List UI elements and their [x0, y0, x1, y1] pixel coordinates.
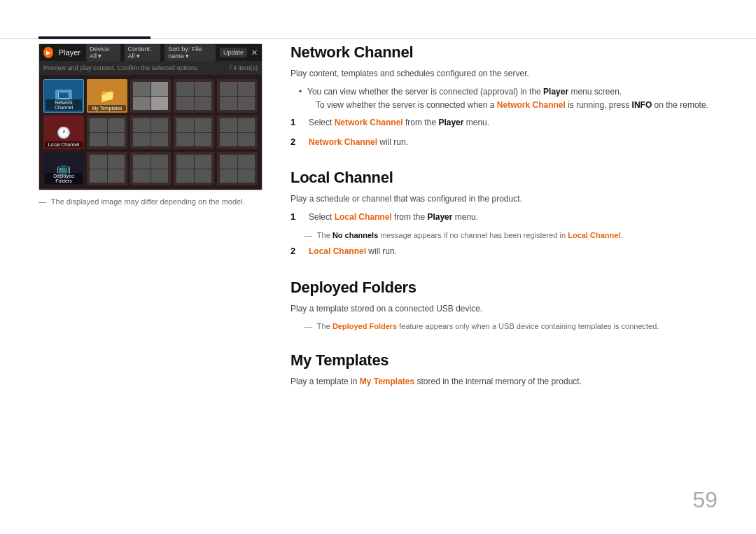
network-channel-bullets: You can view whether the server is conne…	[299, 85, 718, 112]
sc-sort-dropdown[interactable]: Sort by: File name ▾	[164, 44, 216, 61]
section-local-channel: Local Channel Play a schedule or channel…	[290, 169, 718, 259]
page: ▶ Player Device: All ▾ Content: All ▾ So…	[0, 0, 756, 534]
caption-text: The displayed image may differ depending…	[51, 197, 245, 206]
sc-content-dropdown[interactable]: Content: All ▾	[125, 44, 161, 61]
sc-item-deployed-label: Deployed Folders	[45, 173, 83, 184]
caption-dash: —	[38, 197, 46, 206]
local-step-2: 2 Local Channel will run.	[290, 245, 718, 258]
indent-info-text: To view whether the server is connected …	[316, 99, 718, 112]
my-templates-title: My Templates	[290, 351, 718, 370]
sc-item-local: 🕐 Local Channel	[43, 115, 84, 149]
step-1-text: Select Network Channel from the Player m…	[309, 116, 489, 129]
network-channel-title: Network Channel	[290, 43, 718, 62]
sc-item-network: Network Channel	[43, 79, 84, 113]
sc-update-btn[interactable]: Update	[220, 48, 247, 57]
sc-item-local-label: Local Channel	[45, 141, 83, 148]
sc-item-r2c3	[130, 115, 171, 149]
sc-item-r2c5	[217, 115, 258, 149]
step-1-number: 1	[290, 117, 304, 127]
sc-app-title: Player	[59, 48, 80, 57]
screenshot: ▶ Player Device: All ▾ Content: All ▾ So…	[38, 43, 262, 190]
left-panel: ▶ Player Device: All ▾ Content: All ▾ So…	[38, 43, 262, 407]
right-panel: Network Channel Play content, templates …	[290, 43, 718, 407]
section-deployed-folders: Deployed Folders Play a template stored …	[290, 279, 718, 332]
sc-close-btn[interactable]: ✕	[251, 48, 258, 57]
sc-item-r3c5	[217, 152, 258, 185]
network-step-1: 1 Select Network Channel from the Player…	[290, 116, 718, 129]
sc-search-text: Preview and play content. Confirm the se…	[43, 64, 199, 71]
step-2-number: 2	[290, 136, 304, 147]
page-number: 59	[692, 487, 718, 513]
sc-item-r3c4	[174, 152, 214, 185]
local-note: — The No channels message appears if no …	[304, 230, 718, 241]
deployed-note: — The Deployed Folders feature appears o…	[304, 321, 718, 332]
local-channel-desc: Play a schedule or channel that was conf…	[290, 192, 718, 205]
deployed-folders-title: Deployed Folders	[290, 279, 718, 297]
local-step-1-text: Select Local Channel from the Player men…	[309, 211, 478, 224]
sc-topbar: ▶ Player Device: All ▾ Content: All ▾ So…	[39, 44, 262, 61]
sc-item-r3c2	[87, 152, 127, 185]
local-step-1-number: 1	[290, 211, 304, 222]
sc-item-r3c3	[130, 152, 171, 185]
main-content: ▶ Player Device: All ▾ Content: All ▾ So…	[0, 43, 756, 407]
sc-item-r2c4	[174, 115, 214, 149]
top-rule-accent	[38, 36, 150, 39]
player-bold: Player	[543, 87, 568, 97]
sc-grid: Network Channel 📁 My Templates	[39, 75, 262, 190]
local-step-1: 1 Select Local Channel from the Player m…	[290, 211, 718, 224]
network-channel-desc: Play content, templates and schedules co…	[290, 67, 718, 80]
sc-item-r1c5	[217, 79, 258, 113]
sc-items-count: / 4 item(s)	[230, 64, 258, 71]
section-my-templates: My Templates Play a template in My Templ…	[290, 351, 718, 388]
sc-item-r1c3	[130, 79, 171, 113]
deployed-folders-desc: Play a template stored on a connected US…	[290, 302, 718, 315]
local-step-2-number: 2	[290, 246, 304, 256]
section-network-channel: Network Channel Play content, templates …	[290, 43, 718, 149]
sc-controls: Device: All ▾ Content: All ▾ Sort by: Fi…	[86, 44, 258, 61]
bullet-text-suffix: menu screen.	[568, 87, 622, 97]
network-step-2: 2 Network Channel will run.	[290, 136, 718, 149]
bullet-text-prefix: You can view whether the server is conne…	[307, 87, 543, 97]
sc-search-bar: Preview and play content. Confirm the se…	[39, 61, 262, 75]
my-templates-desc: Play a template in My Templates stored i…	[290, 375, 718, 388]
local-step-2-text: Local Channel will run.	[309, 245, 397, 258]
step-2-text: Network Channel will run.	[309, 136, 408, 149]
sc-logo: ▶	[43, 47, 53, 58]
sc-item-r2c2	[87, 115, 127, 149]
sc-item-network-label: Network Channel	[46, 99, 82, 111]
local-channel-title: Local Channel	[290, 169, 718, 187]
sc-device-dropdown[interactable]: Device: All ▾	[86, 44, 120, 61]
sc-item-templates: 📁 My Templates	[87, 79, 127, 113]
bullet-player-menu: You can view whether the server is conne…	[299, 85, 718, 99]
screenshot-caption: — The displayed image may differ dependi…	[38, 197, 262, 206]
sc-item-r1c4	[174, 79, 214, 113]
sc-item-templates-label: My Templates	[88, 105, 126, 111]
sc-item-deployed: 📺 Deployed Folders	[43, 152, 84, 185]
